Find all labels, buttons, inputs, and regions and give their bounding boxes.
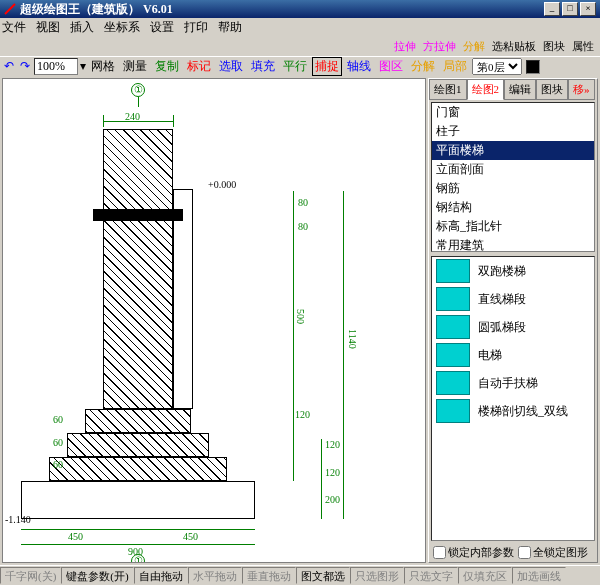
step2 <box>67 433 209 457</box>
menu-print[interactable]: 打印 <box>184 19 208 36</box>
list-item[interactable]: 柱子 <box>432 122 594 141</box>
menu-insert[interactable]: 插入 <box>70 19 94 36</box>
footing-base <box>21 481 255 519</box>
elev-top: +0.000 <box>208 179 236 190</box>
d120b: 120 <box>325 439 340 450</box>
step1 <box>85 409 191 433</box>
minimize-button[interactable]: _ <box>544 2 560 16</box>
toolbar-top-right: 拉伸 方拉伸 分解 选粘贴板 图块 属性 <box>0 36 600 56</box>
sb-6[interactable]: 只选图形 <box>350 567 404 584</box>
lock-internal-checkbox[interactable]: 锁定内部参数 <box>433 545 514 560</box>
tab-draw1[interactable]: 绘图1 <box>429 79 467 100</box>
tool-rectstretch[interactable]: 方拉伸 <box>421 39 458 54</box>
tb-measure[interactable]: 测量 <box>120 58 150 75</box>
menu-view[interactable]: 视图 <box>36 19 60 36</box>
sb-8[interactable]: 仅填充区 <box>458 567 512 584</box>
menu-help[interactable]: 帮助 <box>218 19 242 36</box>
d450r: 450 <box>183 531 198 542</box>
d80b: 80 <box>298 221 308 232</box>
tb-grid[interactable]: 网格 <box>88 58 118 75</box>
sb-4[interactable]: 垂直拖动 <box>242 567 296 584</box>
tb-axis[interactable]: 轴线 <box>344 58 374 75</box>
shape-item[interactable]: 圆弧梯段 <box>432 313 594 341</box>
stair-arc-icon <box>436 315 470 339</box>
list-item[interactable]: 钢结构 <box>432 198 594 217</box>
list-item[interactable]: 门窗 <box>432 103 594 122</box>
tab-block[interactable]: 图块 <box>536 79 568 100</box>
app-icon <box>4 3 16 15</box>
side-dots <box>173 189 193 409</box>
titlebar: 超级绘图王（建筑版） V6.01 _ □ × <box>0 0 600 18</box>
tb-local[interactable]: 局部 <box>440 58 470 75</box>
close-button[interactable]: × <box>580 2 596 16</box>
layer-color-swatch[interactable] <box>526 60 540 74</box>
menubar: 文件 视图 插入 坐标系 设置 打印 帮助 <box>0 18 600 36</box>
tool-props[interactable]: 属性 <box>570 39 596 54</box>
lock-all-checkbox[interactable]: 全锁定图形 <box>518 545 588 560</box>
sb-1[interactable]: 键盘参数(开) <box>61 567 133 584</box>
tool-stretch[interactable]: 拉伸 <box>392 39 418 54</box>
statusbar: 千字网(关) 键盘参数(开) 自由拖动 水平拖动 垂直拖动 图文都选 只选图形 … <box>0 565 600 585</box>
tool-pasteboard[interactable]: 选粘贴板 <box>490 39 538 54</box>
list-item-selected[interactable]: 平面楼梯 <box>432 141 594 160</box>
tb-parallel[interactable]: 平行 <box>280 58 310 75</box>
escalator-icon <box>436 371 470 395</box>
d450l: 450 <box>68 531 83 542</box>
d120a: 120 <box>295 409 310 420</box>
panel-tabs: 绘图1 绘图2 编辑 图块 移» <box>429 79 597 100</box>
d60b: 60 <box>53 437 63 448</box>
category-list[interactable]: 门窗 柱子 平面楼梯 立面剖面 钢筋 钢结构 标高_指北针 常用建筑 通用图形 … <box>431 102 595 252</box>
list-item[interactable]: 钢筋 <box>432 179 594 198</box>
shape-item[interactable]: 楼梯剖切线_双线 <box>432 397 594 425</box>
tool-explode[interactable]: 分解 <box>461 39 487 54</box>
d1140: 1140 <box>347 329 358 349</box>
sb-9[interactable]: 加选画线 <box>512 567 566 584</box>
tool-block[interactable]: 图块 <box>541 39 567 54</box>
tab-edit[interactable]: 编辑 <box>504 79 536 100</box>
undo-icon[interactable]: ↶ <box>2 59 16 74</box>
wall-section <box>103 129 173 409</box>
step3 <box>49 457 227 481</box>
tb-area[interactable]: 图区 <box>376 58 406 75</box>
svg-line-0 <box>5 4 15 14</box>
sb-7[interactable]: 只选文字 <box>404 567 458 584</box>
list-item[interactable]: 标高_指北针 <box>432 217 594 236</box>
tb-snap[interactable]: 捕捉 <box>312 57 342 76</box>
stair-straight-icon <box>436 287 470 311</box>
shape-item[interactable]: 双跑楼梯 <box>432 257 594 285</box>
sb-0[interactable]: 千字网(关) <box>0 567 61 584</box>
maximize-button[interactable]: □ <box>562 2 578 16</box>
stair-double-icon <box>436 259 470 283</box>
elevator-icon <box>436 343 470 367</box>
drawing-canvas[interactable]: ① 240 +0.000 -1.140 80 80 500 <box>2 78 426 563</box>
zoom-dropdown-icon[interactable]: ▾ <box>80 59 86 74</box>
zoom-combo[interactable]: 100% <box>34 58 78 75</box>
shape-list[interactable]: 双跑楼梯 直线梯段 圆弧梯段 电梯 自动手扶梯 楼梯剖切线_双线 <box>431 256 595 541</box>
menu-coord[interactable]: 坐标系 <box>104 19 140 36</box>
d120c: 120 <box>325 467 340 478</box>
tb-fill[interactable]: 填充 <box>248 58 278 75</box>
stair-cut-icon <box>436 399 470 423</box>
d60a: 60 <box>53 414 63 425</box>
tb-explode2[interactable]: 分解 <box>408 58 438 75</box>
shape-item[interactable]: 自动手扶梯 <box>432 369 594 397</box>
list-item[interactable]: 立面剖面 <box>432 160 594 179</box>
menu-settings[interactable]: 设置 <box>150 19 174 36</box>
sb-5[interactable]: 图文都选 <box>296 567 350 584</box>
tab-draw2[interactable]: 绘图2 <box>467 79 505 100</box>
side-panel: 绘图1 绘图2 编辑 图块 移» 门窗 柱子 平面楼梯 立面剖面 钢筋 钢结构 … <box>428 78 598 563</box>
list-item[interactable]: 常用建筑 <box>432 236 594 252</box>
tab-more[interactable]: 移» <box>568 79 595 100</box>
d500: 500 <box>295 309 306 324</box>
tb-select[interactable]: 选取 <box>216 58 246 75</box>
sb-2[interactable]: 自由拖动 <box>134 567 188 584</box>
shape-item[interactable]: 直线梯段 <box>432 285 594 313</box>
menu-file[interactable]: 文件 <box>2 19 26 36</box>
sb-3[interactable]: 水平拖动 <box>188 567 242 584</box>
window-title: 超级绘图王（建筑版） V6.01 <box>20 1 173 18</box>
shape-item[interactable]: 电梯 <box>432 341 594 369</box>
redo-icon[interactable]: ↷ <box>18 59 32 74</box>
tb-copy[interactable]: 复制 <box>152 58 182 75</box>
tb-mark[interactable]: 标记 <box>184 58 214 75</box>
layer-combo[interactable]: 第0层 <box>472 58 522 75</box>
